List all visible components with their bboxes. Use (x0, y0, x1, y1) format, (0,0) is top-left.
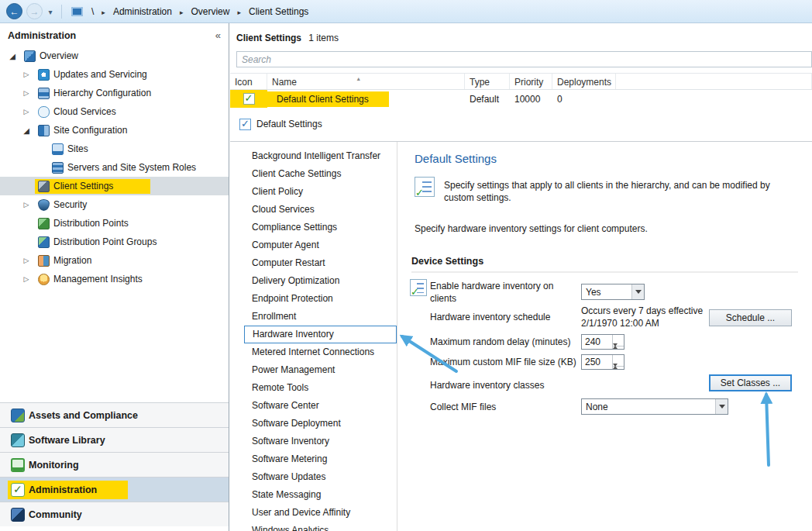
workspace-community[interactable]: Community (0, 502, 229, 526)
category-client-cache-settings[interactable]: Client Cache Settings (244, 165, 397, 183)
dropdown-arrow-icon[interactable] (631, 284, 644, 299)
column-header-name[interactable]: Name (267, 74, 465, 89)
expand-arrow-icon[interactable]: ▷ (20, 257, 33, 264)
collapse-arrow-icon[interactable]: ◢ (6, 52, 19, 60)
tree-item-label: Client Settings (53, 181, 113, 191)
dropdown-arrow-icon[interactable] (715, 399, 728, 414)
category-user-and-device-affinity[interactable]: User and Device Affinity (244, 504, 397, 522)
breadcrumb-overview[interactable]: Overview (188, 5, 232, 19)
forward-button[interactable] (26, 3, 43, 19)
search-input[interactable] (237, 52, 811, 67)
administration-icon (11, 483, 25, 497)
category-compliance-settings[interactable]: Compliance Settings (244, 219, 397, 236)
column-header-icon[interactable]: Icon (230, 74, 267, 89)
row-name-cell: Default Client Settings (267, 90, 465, 108)
tree-item-hierarchy-configuration[interactable]: ▷Hierarchy Configuration (0, 84, 229, 102)
tree-item-security[interactable]: ▷Security (0, 195, 229, 214)
collect-mif-files-label: Collect MIF files (430, 402, 496, 412)
workspace-content: Software Library (8, 431, 108, 450)
category-cloud-services[interactable]: Cloud Services (244, 201, 397, 219)
category-software-metering[interactable]: Software Metering (244, 450, 397, 468)
row-type: Default (465, 90, 510, 108)
workspace-list: Assets and ComplianceSoftware LibraryMon… (0, 402, 229, 526)
category-windows-analytics[interactable]: Windows Analytics (244, 522, 397, 531)
category-client-policy[interactable]: Client Policy (244, 183, 397, 201)
workspace-monitoring[interactable]: Monitoring (0, 452, 229, 477)
expand-arrow-icon[interactable]: ▷ (20, 89, 33, 97)
category-software-updates[interactable]: Software Updates (244, 468, 397, 486)
servers-and-site-system-roles-icon (52, 162, 64, 174)
tree-item-updates-and-servicing[interactable]: ▷Updates and Servicing (0, 65, 229, 84)
category-software-center[interactable]: Software Center (244, 397, 397, 415)
maximum-mif-file-size-label: Maximum custom MIF file size (KB) (430, 357, 576, 367)
category-computer-restart[interactable]: Computer Restart (244, 254, 397, 272)
category-state-messaging[interactable]: State Messaging (244, 486, 397, 504)
column-header-deployments[interactable]: Deployments (552, 74, 616, 89)
hardware-inventory-classes-label: Hardware inventory classes (430, 380, 544, 391)
breadcrumb-separator-icon (100, 6, 107, 17)
category-hardware-inventory[interactable]: Hardware Inventory (244, 326, 397, 343)
maximum-mif-file-size-spinner[interactable]: 250 (581, 354, 624, 370)
spinner-down-icon[interactable] (613, 367, 624, 378)
tree-item-servers-and-site-system-roles[interactable]: Servers and Site System Roles (0, 158, 229, 177)
tree-item-label: Distribution Points (53, 218, 129, 229)
enable-hardware-inventory-select[interactable]: Yes (581, 284, 645, 300)
expand-arrow-icon[interactable]: ▷ (20, 71, 33, 78)
category-metered-internet-connections[interactable]: Metered Internet Connections (244, 343, 397, 361)
category-power-management[interactable]: Power Management (244, 361, 397, 379)
set-classes-button[interactable]: Set Classes ... (709, 374, 792, 391)
category-software-inventory[interactable]: Software Inventory (244, 433, 397, 450)
tree-item-client-settings[interactable]: Client Settings (0, 177, 229, 195)
category-delivery-optimization[interactable]: Delivery Optimization (244, 272, 397, 290)
column-header-type[interactable]: Type (465, 74, 510, 89)
category-enrollment[interactable]: Enrollment (244, 308, 397, 326)
table-row[interactable]: Default Client Settings Default 10000 0 (230, 90, 812, 108)
panel-subtitle: Specify hardware inventory settings for … (415, 223, 648, 234)
settings-list-icon (415, 177, 435, 197)
tree-item-migration[interactable]: ▷Migration (0, 251, 229, 270)
security-icon (38, 199, 50, 211)
category-software-deployment[interactable]: Software Deployment (244, 415, 397, 433)
workspace-software-library[interactable]: Software Library (0, 427, 229, 452)
category-background-intelligent-transfer[interactable]: Background Intelligent Transfer (244, 147, 397, 165)
tree-item-site-configuration[interactable]: ◢Site Configuration (0, 121, 229, 140)
navigation-pane: Administration ◢Overview▷Updates and Ser… (0, 23, 229, 531)
tree-item-distribution-point-groups[interactable]: Distribution Point Groups (0, 233, 229, 251)
category-endpoint-protection[interactable]: Endpoint Protection (244, 290, 397, 308)
workspace-assets-and-compliance[interactable]: Assets and Compliance (0, 402, 229, 427)
schedule-button[interactable]: Schedule ... (709, 309, 792, 326)
collapse-arrow-icon[interactable]: ◢ (20, 126, 33, 135)
panel-title: Default Settings (415, 152, 497, 165)
breadcrumb-client-settings[interactable]: Client Settings (246, 5, 311, 19)
expand-arrow-icon[interactable]: ▷ (20, 201, 33, 209)
column-header-priority[interactable]: Priority (510, 74, 552, 89)
collect-mif-files-select[interactable]: None (581, 398, 728, 415)
collapse-sidebar-icon[interactable] (215, 29, 221, 41)
tree-item-management-insights[interactable]: ▷Management Insights (0, 270, 229, 288)
category-remote-tools[interactable]: Remote Tools (244, 379, 397, 397)
detail-tab[interactable]: Default Settings (239, 115, 322, 133)
tree-item-overview[interactable]: ◢Overview (0, 47, 229, 65)
tree-item-sites[interactable]: Sites (0, 140, 229, 158)
back-button[interactable] (6, 3, 22, 19)
default-settings-icon (239, 119, 251, 130)
expand-arrow-icon[interactable]: ▷ (20, 275, 33, 283)
workspace-label: Assets and Compliance (29, 410, 138, 421)
console-window: \ Administration Overview Client Setting… (0, 0, 812, 531)
tree-item-cloud-services[interactable]: ▷Cloud Services (0, 102, 229, 121)
breadcrumb-root[interactable]: \ (89, 5, 96, 19)
maximum-random-delay-spinner[interactable]: 240 (581, 334, 624, 350)
workspace-label: Administration (29, 484, 97, 495)
tree-item-content: Migration (35, 253, 95, 268)
breadcrumb-administration[interactable]: Administration (111, 5, 174, 19)
toolbar-separator (61, 5, 62, 19)
tree-item-label: Servers and Site System Roles (67, 162, 196, 173)
enable-hardware-inventory-value: Yes (582, 287, 631, 298)
tree-item-distribution-points[interactable]: Distribution Points (0, 214, 229, 233)
table-header: Icon Name Type Priority Deployments (230, 73, 812, 90)
expand-arrow-icon[interactable]: ▷ (20, 108, 33, 116)
history-dropdown-icon[interactable] (46, 6, 54, 17)
sort-ascending-icon (356, 72, 361, 83)
category-computer-agent[interactable]: Computer Agent (244, 236, 397, 254)
workspace-administration[interactable]: Administration (0, 477, 229, 502)
